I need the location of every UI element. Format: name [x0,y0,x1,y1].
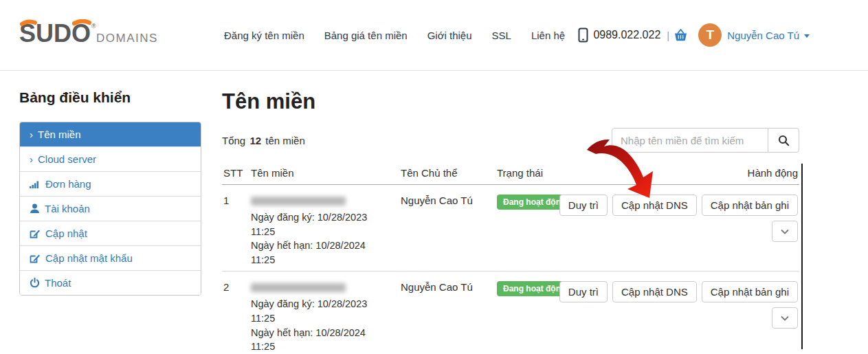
search-input[interactable] [612,128,768,153]
header-status: Trạng thái [496,163,583,185]
main-nav: Đăng ký tên miền Bảng giá tên miền Giới … [224,30,565,41]
table-row: 1 Ngày đăng ký: 10/28/2023 11:25 Ngày hế… [222,185,799,272]
logo-orange-accent-o [74,21,89,23]
domain-search [612,128,799,153]
user-menu[interactable]: Nguyễn Cao Tú [727,30,810,41]
chevron-right-icon: › [30,154,33,164]
sidebar-item-label: Tên miền [38,129,81,140]
phone-number: 0989.022.022 [593,29,660,41]
nav-dang-ky-ten-mien[interactable]: Đăng ký tên miền [224,30,304,41]
header-stt: STT [222,163,249,185]
sidebar-item-don-hang[interactable]: Đơn hàng [20,171,201,196]
cell-actions: Duy trì Cập nhật DNS Cập nhật bản ghi [583,185,799,272]
domain-name-redacted [251,197,346,206]
sidebar-item-cap-nhat-mat-khau[interactable]: Cập nhật mật khẩu [20,245,201,270]
user-name: Nguyễn Cao Tú [727,30,799,41]
sidebar-item-cloud-server[interactable]: › Cloud server [20,146,201,171]
cart-basket-icon[interactable] [674,29,687,41]
table-header-row: STT Tên miền Tên Chủ thể Trạng thái Hành… [222,163,799,185]
sidebar: Bảng điều khiển › Tên miền › Cloud serve… [19,89,201,296]
nav-lien-he[interactable]: Liên hệ [531,30,565,41]
update-records-button[interactable]: Cập nhật bản ghi [702,195,798,216]
toolbar: Tổng 12 tên miền [222,128,799,153]
table-right-border [801,164,803,349]
table-row: 2 Ngày đăng ký: 10/28/2023 11:25 Ngày hế… [222,272,799,354]
signal-bars-icon [30,179,41,189]
edit-icon [30,228,41,239]
update-dns-button[interactable]: Cập nhật DNS [612,195,697,216]
update-dns-button[interactable]: Cập nhật DNS [612,281,697,302]
registered-date: Ngày đăng ký: 10/28/2023 11:25 [251,297,383,325]
cell-domain: Ngày đăng ký: 10/28/2023 11:25 Ngày hết … [249,185,399,272]
search-button[interactable] [768,128,799,153]
page: { "header": { "logo": { "main": "SUDO", … [0,0,868,354]
edit-icon [30,253,41,263]
sidebar-item-cap-nhat[interactable]: Cập nhật [20,221,201,245]
sidebar-item-label: Cloud server [38,153,96,165]
cell-stt: 1 [222,185,249,272]
nav-ssl[interactable]: SSL [492,30,511,41]
sidebar-item-label: Tài khoản [45,203,90,214]
registered-date: Ngày đăng ký: 10/28/2023 11:25 [251,210,383,239]
logo-registered-mark: ® [91,23,96,30]
domain-count-summary: Tổng 12 tên miền [222,135,305,146]
cell-stt: 2 [222,272,249,354]
caret-down-icon [804,34,810,38]
nav-gioi-thieu[interactable]: Giới thiệu [427,30,472,41]
sidebar-title: Bảng điều khiển [19,89,201,106]
logo-orange-accent-s [22,21,35,24]
chevron-down-icon [781,316,789,321]
sidebar-item-label: Cập nhật mật khẩu [45,252,133,264]
cell-actions: Duy trì Cập nhật DNS Cập nhật bản ghi [583,272,799,354]
expiry-date: Ngày hết hạn: 10/28/2024 11:25 [251,326,383,354]
sidebar-item-ten-mien[interactable]: › Tên miền [20,122,201,146]
sidebar-item-label: Cập nhật [45,228,87,239]
main-content: Tên miền Tổng 12 tên miền STT Tên miền [222,90,799,354]
sidebar-item-label: Thoát [45,277,71,289]
sudo-domains-logo[interactable]: SUDO ® DOMAINS [19,19,157,52]
update-records-button[interactable]: Cập nhật bản ghi [702,281,798,302]
summary-count: 12 [249,135,261,146]
page-title: Tên miền [222,90,799,113]
chevron-down-icon [781,229,789,234]
power-icon [30,278,40,288]
maintain-button[interactable]: Duy trì [559,195,608,216]
top-bar: SUDO ® DOMAINS Đăng ký tên miền Bảng giá… [0,0,868,71]
sidebar-item-tai-khoan[interactable]: Tài khoản [20,196,201,221]
mobile-phone-icon [578,27,588,43]
sidebar-item-thoat[interactable]: Thoát [20,270,201,295]
nav-bang-gia-ten-mien[interactable]: Bảng giá tên miền [324,30,408,41]
summary-prefix: Tổng [222,135,245,146]
avatar[interactable]: T [698,23,722,47]
cell-owner: Nguyễn Cao Tú [399,185,496,272]
maintain-button[interactable]: Duy trì [559,281,608,302]
cell-owner: Nguyễn Cao Tú [399,272,496,354]
summary-suffix: tên miền [265,135,305,146]
expiry-date: Ngày hết hạn: 10/28/2024 11:25 [251,239,383,267]
header-domain: Tên miền [249,163,399,185]
separator: | [667,30,669,41]
chevron-right-icon: › [30,129,33,140]
header-actions: Hành động [583,163,799,185]
user-icon [30,203,40,214]
cell-domain: Ngày đăng ký: 10/28/2023 11:25 Ngày hết … [249,272,399,354]
domains-table: STT Tên miền Tên Chủ thể Trạng thái Hành… [222,163,799,354]
sidebar-item-label: Đơn hàng [45,178,91,190]
sidebar-menu: › Tên miền › Cloud server Đơn hàng Tài k… [19,122,201,296]
logo-graphic: SUDO ® DOMAINS [19,19,157,49]
more-actions-button[interactable] [772,307,798,329]
domain-name-redacted [251,283,346,292]
header-owner: Tên Chủ thể [399,163,496,185]
top-bar-right: 0989.022.022 | T Nguyễn Cao Tú [578,23,810,47]
more-actions-button[interactable] [772,221,798,242]
search-icon [778,135,790,146]
logo-sub-text: DOMAINS [96,32,157,45]
